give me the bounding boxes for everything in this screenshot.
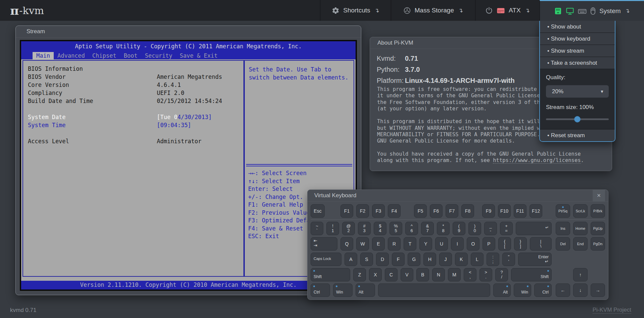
system-menu-item-show-stream[interactable]: • Show stream xyxy=(540,45,615,57)
bracket-open-key[interactable]: {[ xyxy=(498,237,511,251)
arrow-left-key[interactable]: ← xyxy=(556,283,570,297)
digit-8-key[interactable]: *8 xyxy=(437,222,450,235)
slash-key[interactable]: ?/ xyxy=(495,268,508,281)
ctrl-right-key[interactable]: Ctrl xyxy=(534,283,552,297)
arrow-up-key[interactable]: ↑ xyxy=(573,268,588,281)
digit-6-key[interactable]: ^6 xyxy=(405,222,418,235)
n-key[interactable]: N xyxy=(432,268,445,281)
f1-key[interactable]: F1 xyxy=(340,204,353,218)
digit-4-key[interactable]: $4 xyxy=(374,222,386,235)
shift-left-key[interactable]: Shift xyxy=(311,268,350,281)
shift-right-key[interactable]: Shift xyxy=(511,268,552,281)
quality-select[interactable]: 20% ▼ xyxy=(546,85,609,98)
digit-2-key[interactable]: @2 xyxy=(342,222,355,235)
e-key[interactable]: E xyxy=(372,237,385,251)
s-key[interactable]: S xyxy=(360,253,373,266)
f6-key[interactable]: F6 xyxy=(430,204,443,218)
q-key[interactable]: Q xyxy=(340,237,353,251)
y-key[interactable]: Y xyxy=(419,237,432,251)
alt-left-key[interactable]: Alt xyxy=(356,283,375,297)
page-up-key[interactable]: PgUp xyxy=(591,222,605,235)
f10-key[interactable]: F10 xyxy=(498,204,511,218)
backspace-key[interactable]: ↵ xyxy=(516,222,552,235)
bracket-close-key[interactable]: }] xyxy=(514,237,527,251)
menu-system[interactable]: System ↴ xyxy=(540,0,644,21)
digit-1-key[interactable]: !1 xyxy=(326,222,339,235)
k-key[interactable]: K xyxy=(455,253,468,266)
h-key[interactable]: H xyxy=(423,253,436,266)
f-key[interactable]: F xyxy=(392,253,405,266)
page-down-key[interactable]: PgDn xyxy=(591,237,605,251)
b-key[interactable]: B xyxy=(416,268,429,281)
r-key[interactable]: R xyxy=(388,237,401,251)
f2-key[interactable]: F2 xyxy=(356,204,369,218)
t-key[interactable]: T xyxy=(404,237,416,251)
print-screen-key[interactable]: Pt/Sq xyxy=(556,204,570,218)
f12-key[interactable]: F12 xyxy=(530,204,542,218)
a-key[interactable]: A xyxy=(344,253,357,266)
pikvm-project-link[interactable]: Pi-KVM Project xyxy=(593,307,631,314)
backquote-key[interactable]: ~` xyxy=(311,222,323,235)
semicolon-key[interactable]: :; xyxy=(487,253,499,266)
f7-key[interactable]: F7 xyxy=(446,204,458,218)
stream-screen[interactable]: Aptio Setup Utility - Copyright (C) 2011… xyxy=(20,40,357,291)
comma-key[interactable]: <, xyxy=(464,268,476,281)
f4-key[interactable]: F4 xyxy=(388,204,401,218)
system-menu-item-show-about[interactable]: • Show about xyxy=(540,21,615,33)
system-menu-item-take-a-screenshot[interactable]: • Take a screenshot xyxy=(540,57,615,69)
digit-7-key[interactable]: &7 xyxy=(421,222,434,235)
digit-0-key[interactable]: )0 xyxy=(468,222,481,235)
win-left-key[interactable]: Win xyxy=(333,283,353,297)
close-icon[interactable]: ✕ xyxy=(593,190,605,201)
g-key[interactable]: G xyxy=(408,253,420,266)
scroll-lock-key[interactable]: ScrLk xyxy=(573,204,588,218)
v-key[interactable]: V xyxy=(401,268,413,281)
stream-size-slider[interactable] xyxy=(546,116,609,122)
f5-key[interactable]: F5 xyxy=(414,204,427,218)
keyboard-window-titlebar[interactable]: Virtual Keyboard ✕ xyxy=(308,190,608,202)
tab-key[interactable]: ⇤⇥ xyxy=(311,237,337,251)
x-key[interactable]: X xyxy=(369,268,382,281)
quote-key[interactable]: "' xyxy=(502,253,515,266)
menu-shortcuts[interactable]: Shortcuts ↴ xyxy=(320,0,391,21)
menu-mass-storage[interactable]: Mass Storage ↴ xyxy=(391,0,475,21)
f9-key[interactable]: F9 xyxy=(482,204,495,218)
f8-key[interactable]: F8 xyxy=(461,204,474,218)
alt-right-key[interactable]: Alt xyxy=(493,283,511,297)
enter-key[interactable]: Enter↵ xyxy=(518,253,552,266)
system-menu-item-show-keyboard[interactable]: • Show keyboard xyxy=(540,33,615,45)
z-key[interactable]: Z xyxy=(353,268,366,281)
f3-key[interactable]: F3 xyxy=(372,204,385,218)
m-key[interactable]: M xyxy=(448,268,461,281)
delete-key[interactable]: Del xyxy=(556,237,570,251)
home-key[interactable]: Home xyxy=(573,222,588,235)
gnu-license-link[interactable]: https://www.gnu.org/licenses xyxy=(493,157,581,164)
space-key[interactable] xyxy=(378,283,490,297)
stream-window-titlebar[interactable]: Stream xyxy=(16,26,361,38)
system-menu-item-reset-stream[interactable]: • Reset stream xyxy=(540,129,615,141)
j-key[interactable]: J xyxy=(439,253,452,266)
insert-key[interactable]: Ins xyxy=(556,222,570,235)
i-key[interactable]: I xyxy=(451,237,464,251)
l-key[interactable]: L xyxy=(471,253,484,266)
digit-9-key[interactable]: (9 xyxy=(453,222,465,235)
c-key[interactable]: C xyxy=(385,268,398,281)
arrow-right-key[interactable]: → xyxy=(591,283,605,297)
o-key[interactable]: O xyxy=(467,237,479,251)
menu-atx[interactable]: ATX ↴ xyxy=(475,0,540,21)
u-key[interactable]: U xyxy=(435,237,448,251)
f11-key[interactable]: F11 xyxy=(514,204,526,218)
caps-lock-key[interactable]: Caps Lock xyxy=(311,253,341,266)
period-key[interactable]: >. xyxy=(479,268,492,281)
w-key[interactable]: W xyxy=(356,237,369,251)
end-key[interactable]: End xyxy=(573,237,588,251)
arrow-down-key[interactable]: ↓ xyxy=(573,283,588,297)
digit-3-key[interactable]: #3 xyxy=(358,222,371,235)
slider-thumb[interactable] xyxy=(574,116,581,122)
win-right-key[interactable]: Win xyxy=(514,283,531,297)
ctrl-left-key[interactable]: Ctrl xyxy=(311,283,330,297)
equals-key[interactable]: += xyxy=(500,222,513,235)
backslash-key[interactable]: |\ xyxy=(530,237,552,251)
pause-break-key[interactable]: P/Brk xyxy=(591,204,605,218)
esc-key[interactable]: Esc xyxy=(311,204,325,218)
